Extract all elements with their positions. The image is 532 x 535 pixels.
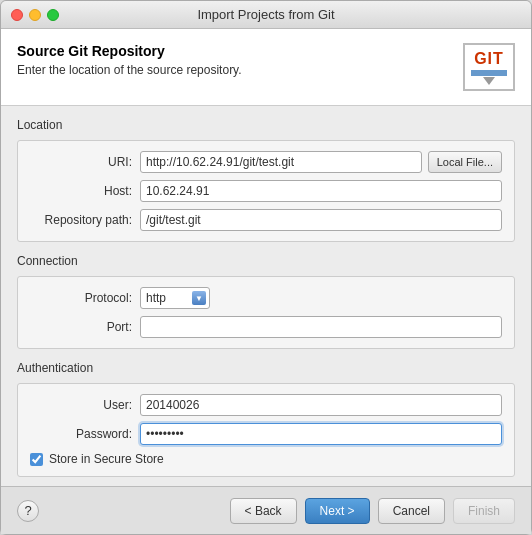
connection-section-title: Connection (17, 254, 515, 268)
connection-section-box: Protocol: http https ssh git (17, 276, 515, 349)
header-text: Source Git Repository Enter the location… (17, 43, 242, 77)
store-secure-checkbox[interactable] (30, 453, 43, 466)
repo-path-row: Repository path: (30, 209, 502, 231)
main-content: Location URI: Local File... Host: (1, 106, 531, 486)
protocol-select[interactable]: http https ssh git (140, 287, 210, 309)
host-row: Host: (30, 180, 502, 202)
user-label: User: (30, 398, 140, 412)
repo-path-input[interactable] (140, 209, 502, 231)
cancel-button[interactable]: Cancel (378, 498, 445, 524)
location-section-box: URI: Local File... Host: Repository path… (17, 140, 515, 242)
help-button[interactable]: ? (17, 500, 39, 522)
back-button[interactable]: < Back (230, 498, 297, 524)
host-label: Host: (30, 184, 140, 198)
authentication-section-box: User: Password: Store in Secure Store (17, 383, 515, 477)
password-row: Password: (30, 423, 502, 445)
header-section: Source Git Repository Enter the location… (1, 29, 531, 106)
port-input[interactable] (140, 316, 502, 338)
uri-row: URI: Local File... (30, 151, 502, 173)
git-icon-screen (471, 70, 507, 76)
protocol-label: Protocol: (30, 291, 140, 305)
repo-path-label: Repository path: (30, 213, 140, 227)
window-title: Import Projects from Git (197, 7, 334, 22)
git-icon-base (483, 77, 495, 85)
host-input[interactable] (140, 180, 502, 202)
authentication-section: Authentication User: Password: (17, 361, 515, 477)
port-row: Port: (30, 316, 502, 338)
uri-input[interactable] (140, 151, 422, 173)
location-section-title: Location (17, 118, 515, 132)
close-button[interactable] (11, 9, 23, 21)
password-label: Password: (30, 427, 140, 441)
section-heading: Source Git Repository (17, 43, 242, 59)
uri-label: URI: (30, 155, 140, 169)
minimize-button[interactable] (29, 9, 41, 21)
user-input[interactable] (140, 394, 502, 416)
section-description: Enter the location of the source reposit… (17, 63, 242, 77)
footer-buttons: < Back Next > Cancel Finish (230, 498, 515, 524)
git-icon-text: GIT (474, 50, 504, 68)
protocol-select-wrapper: http https ssh git (140, 287, 210, 309)
footer-left: ? (17, 500, 39, 522)
location-section: Location URI: Local File... Host: (17, 118, 515, 242)
protocol-row: Protocol: http https ssh git (30, 287, 502, 309)
authentication-section-title: Authentication (17, 361, 515, 375)
maximize-button[interactable] (47, 9, 59, 21)
user-row: User: (30, 394, 502, 416)
finish-button: Finish (453, 498, 515, 524)
port-label: Port: (30, 320, 140, 334)
dialog-window: Import Projects from Git Source Git Repo… (0, 0, 532, 535)
store-secure-label: Store in Secure Store (49, 452, 164, 466)
window-controls (11, 9, 59, 21)
next-button[interactable]: Next > (305, 498, 370, 524)
connection-section: Connection Protocol: http https ssh git (17, 254, 515, 349)
dialog-content: Source Git Repository Enter the location… (1, 29, 531, 534)
store-checkbox-row: Store in Secure Store (30, 452, 502, 466)
local-file-button[interactable]: Local File... (428, 151, 502, 173)
password-input[interactable] (140, 423, 502, 445)
git-icon: GIT (463, 43, 515, 91)
titlebar: Import Projects from Git (1, 1, 531, 29)
footer: ? < Back Next > Cancel Finish (1, 486, 531, 534)
